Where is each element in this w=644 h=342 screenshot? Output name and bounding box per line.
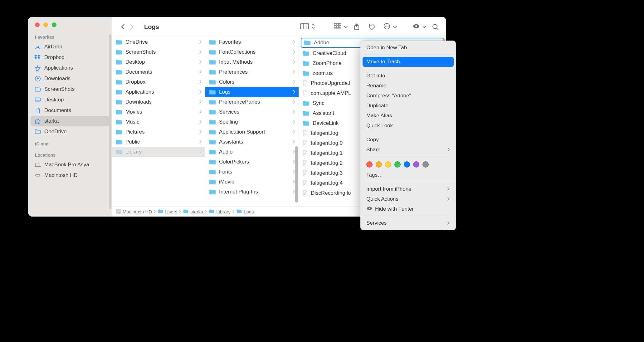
- list-item[interactable]: Favorites: [205, 37, 299, 47]
- back-button[interactable]: [118, 22, 127, 32]
- tag-dot[interactable]: [413, 161, 419, 168]
- sidebar-item-onedrive[interactable]: OneDrive: [31, 126, 109, 137]
- menu-item-quick-actions[interactable]: Quick Actions: [363, 194, 454, 204]
- search-button[interactable]: [429, 21, 442, 33]
- sidebar-item-screenshots[interactable]: ScreenShots: [31, 84, 109, 95]
- tag-dot[interactable]: [422, 161, 429, 168]
- list-item[interactable]: Input Methods: [205, 57, 299, 67]
- submenu-arrow-icon: [447, 187, 450, 192]
- folder-icon: [209, 109, 216, 115]
- list-item[interactable]: ColorPickers: [205, 157, 299, 167]
- sidebar-item-starka[interactable]: starka: [31, 116, 109, 126]
- path-segment[interactable]: starka: [190, 209, 203, 214]
- list-item[interactable]: FontCollections: [205, 47, 299, 57]
- airdrop-icon: [34, 43, 41, 50]
- folder-icon: [115, 59, 122, 65]
- chevron-right-icon: [199, 140, 202, 144]
- folder-icon: [209, 79, 216, 85]
- list-item[interactable]: Applications: [112, 87, 205, 97]
- folder-icon: [115, 109, 122, 115]
- menu-item-open-in-new-tab[interactable]: Open in New Tab: [363, 43, 454, 53]
- sidebar-scrollbar[interactable]: [109, 34, 111, 209]
- scrollbar-thumb[interactable]: [295, 146, 298, 203]
- list-item[interactable]: Dropbox: [112, 77, 205, 87]
- sidebar-item-dropbox[interactable]: Dropbox: [31, 52, 109, 63]
- item-label: Colors: [219, 79, 234, 85]
- sidebar-item-downloads[interactable]: Downloads: [31, 73, 109, 84]
- sidebar-item-airdrop[interactable]: AirDrop: [31, 42, 109, 52]
- sidebar-item-applications[interactable]: Applications: [31, 63, 109, 73]
- menu-item-duplicate[interactable]: Duplicate: [363, 101, 454, 111]
- path-segment[interactable]: Macintosh HD: [123, 209, 152, 214]
- list-item[interactable]: Application Support: [205, 127, 299, 137]
- list-item[interactable]: Preferences: [205, 67, 299, 77]
- share-button[interactable]: [350, 21, 363, 33]
- sidebar-item-documents[interactable]: Documents: [31, 105, 109, 116]
- tags-button[interactable]: [366, 21, 379, 33]
- list-item[interactable]: Movies: [112, 107, 205, 117]
- funter-button[interactable]: [412, 22, 426, 32]
- chevron-right-icon: [293, 50, 295, 55]
- list-item[interactable]: Fonts: [205, 167, 299, 177]
- path-segment[interactable]: Logs: [244, 209, 254, 214]
- list-item[interactable]: Pictures: [112, 127, 205, 137]
- menu-item-tags[interactable]: Tags…: [363, 170, 454, 180]
- view-switcher[interactable]: [300, 23, 315, 31]
- folder-icon: [209, 59, 216, 65]
- list-item[interactable]: Logs: [205, 87, 299, 97]
- minimize-button[interactable]: [43, 22, 48, 27]
- menu-item-hide-with-funter[interactable]: Hide with Funter: [363, 204, 454, 214]
- window-controls[interactable]: [28, 17, 112, 30]
- menu-item-services[interactable]: Services: [363, 218, 454, 228]
- menu-item-quick-look[interactable]: Quick Look: [363, 121, 454, 131]
- menu-item-share[interactable]: Share: [363, 145, 454, 155]
- menu-item-make-alias[interactable]: Make Alias: [363, 111, 454, 121]
- list-item[interactable]: ScreenShots: [112, 47, 205, 57]
- chevron-right-icon: [179, 210, 181, 214]
- sidebar-item-macintosh-hd[interactable]: Macintosh HD: [31, 170, 109, 181]
- zoom-button[interactable]: [52, 22, 56, 27]
- sidebar-item-macbook-pro-asya[interactable]: MacBook Pro Asya: [31, 159, 109, 170]
- tag-dot[interactable]: [385, 161, 391, 168]
- list-item[interactable]: Internet Plug-Ins: [205, 187, 299, 197]
- list-item[interactable]: iMovie: [205, 177, 299, 187]
- menu-item-import-from-iphone[interactable]: Import from iPhone: [363, 184, 454, 194]
- sidebar-item-desktop[interactable]: Desktop: [31, 95, 109, 105]
- tag-dot[interactable]: [366, 161, 373, 168]
- menu-item-label: Quick Look: [366, 123, 393, 129]
- list-item[interactable]: Services: [205, 107, 299, 117]
- menu-item-copy[interactable]: Copy: [363, 135, 454, 145]
- sidebar-item-label: Downloads: [44, 76, 71, 82]
- group-by-button[interactable]: [334, 23, 348, 31]
- item-label: OneDrive: [125, 39, 148, 45]
- menu-item-label: Hide with Funter: [375, 206, 414, 212]
- list-item[interactable]: PreferencePanes: [205, 97, 299, 107]
- item-label: Application Support: [219, 129, 265, 135]
- item-label: Desktop: [125, 59, 145, 65]
- list-item[interactable]: Colors: [205, 77, 299, 87]
- menu-item-compress-adobe[interactable]: Compress "Adobe": [363, 91, 454, 101]
- menu-item-move-to-trash[interactable]: Move to Trash: [363, 57, 454, 67]
- item-label: DeviceLink: [313, 120, 339, 126]
- path-segment[interactable]: Users: [165, 209, 177, 214]
- list-item[interactable]: Assistants: [205, 137, 299, 147]
- list-item[interactable]: Downloads: [112, 97, 205, 107]
- list-item[interactable]: Documents: [112, 67, 205, 77]
- home-icon: [34, 118, 41, 125]
- tag-dot[interactable]: [404, 161, 410, 168]
- tag-dot[interactable]: [394, 161, 401, 168]
- tag-dot[interactable]: [376, 161, 382, 168]
- forward-button[interactable]: [127, 22, 137, 32]
- list-item[interactable]: Library: [112, 147, 205, 157]
- list-item[interactable]: Public: [112, 137, 205, 147]
- list-item[interactable]: Desktop: [112, 57, 205, 67]
- list-item[interactable]: OneDrive: [112, 37, 205, 47]
- actions-button[interactable]: [383, 22, 397, 32]
- path-segment[interactable]: Library: [216, 209, 231, 214]
- close-button[interactable]: [35, 22, 40, 27]
- menu-item-rename[interactable]: Rename: [363, 81, 454, 91]
- list-item[interactable]: Spelling: [205, 117, 299, 127]
- list-item[interactable]: Music: [112, 117, 205, 127]
- menu-item-get-info[interactable]: Get Info: [363, 71, 454, 81]
- list-item[interactable]: Audio: [205, 147, 299, 157]
